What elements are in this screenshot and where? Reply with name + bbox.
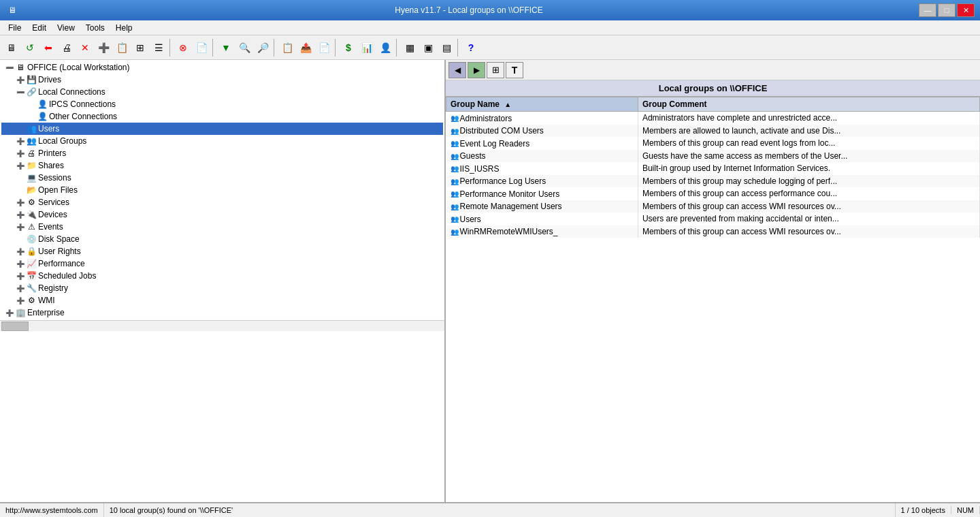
office-icon: 🖥 bbox=[15, 62, 26, 73]
menu-file[interactable]: File bbox=[3, 22, 27, 34]
tree-node-registry[interactable]: ➕ 🔧 Registry bbox=[1, 282, 443, 294]
tree-panel[interactable]: ➖ 🖥 OFFICE (Local Workstation) ➕ 💾 Drive… bbox=[0, 60, 446, 502]
tree-node-scheduled-jobs[interactable]: ➕ 📅 Scheduled Jobs bbox=[1, 270, 443, 282]
tb-doc-btn[interactable]: 📄 bbox=[315, 39, 333, 57]
minimize-button[interactable]: — bbox=[919, 3, 936, 17]
local-groups-icon: 👥 bbox=[26, 136, 37, 146]
tree-node-local-groups[interactable]: ➕ 👥 Local Groups bbox=[1, 135, 443, 147]
tb-print-btn[interactable]: 🖨 bbox=[58, 39, 76, 57]
table-row[interactable]: 👥GuestsGuests have the same access as me… bbox=[446, 150, 980, 163]
tb-refresh-btn[interactable]: ↺ bbox=[21, 39, 39, 57]
cell-group-comment: Members of this group can access WMI res… bbox=[638, 225, 979, 238]
nav-text-button[interactable]: T bbox=[506, 62, 523, 78]
tree-node-enterprise[interactable]: ➕ 🏢 Enterprise bbox=[1, 307, 443, 319]
tb-cols-btn[interactable]: ▦ bbox=[401, 39, 419, 57]
tb-back-btn[interactable]: ⬅ bbox=[39, 39, 57, 57]
tb-stop-btn[interactable]: ⊗ bbox=[174, 39, 192, 57]
nav-back-button[interactable]: ◀ bbox=[448, 62, 466, 78]
tree-node-sessions[interactable]: + 💻 Sessions bbox=[1, 172, 443, 184]
table-row[interactable]: 👥Performance Monitor UsersMembers of thi… bbox=[446, 187, 980, 200]
performance-icon: 📈 bbox=[26, 258, 37, 269]
tb-help-btn[interactable]: ? bbox=[462, 39, 480, 57]
status-bar: http://www.systemtools.com 10 local grou… bbox=[0, 502, 980, 517]
expand-user-rights[interactable]: ➕ bbox=[15, 246, 26, 257]
toolbar-sep2 bbox=[212, 39, 215, 57]
menu-edit[interactable]: Edit bbox=[27, 22, 52, 34]
tree-node-devices[interactable]: ➕ 🔌 Devices bbox=[1, 208, 443, 221]
nav-forward-button[interactable]: ▶ bbox=[468, 62, 485, 78]
tree-node-office[interactable]: ➖ 🖥 OFFICE (Local Workstation) bbox=[1, 61, 443, 74]
table-row[interactable]: 👥IIS_IUSRSBuilt-in group used by Interne… bbox=[446, 162, 980, 175]
tree-node-performance[interactable]: ➕ 📈 Performance bbox=[1, 257, 443, 270]
hscroll-thumb[interactable] bbox=[1, 322, 29, 331]
tb-add-btn[interactable]: ➕ bbox=[95, 39, 112, 57]
table-row[interactable]: 👥AdministratorsAdministrators have compl… bbox=[446, 112, 980, 125]
menu-view[interactable]: View bbox=[52, 22, 80, 34]
tree-hscroll[interactable] bbox=[0, 320, 444, 331]
tb-dollar-btn[interactable]: $ bbox=[340, 39, 357, 57]
tb-props-btn[interactable]: ▤ bbox=[438, 39, 455, 57]
tb-clipboard-btn[interactable]: 📋 bbox=[278, 39, 296, 57]
expand-local-groups[interactable]: ➕ bbox=[15, 136, 26, 146]
table-row[interactable]: 👥WinRMRemoteWMIUsers_Members of this gro… bbox=[446, 225, 980, 238]
tb-computer-btn[interactable]: 🖥 bbox=[3, 39, 20, 57]
tb-export-btn[interactable]: 📤 bbox=[297, 39, 314, 57]
expand-registry[interactable]: ➕ bbox=[15, 283, 26, 294]
tree-node-drives[interactable]: ➕ 💾 Drives bbox=[1, 74, 443, 86]
menu-help[interactable]: Help bbox=[110, 22, 138, 34]
col-group-comment[interactable]: Group Comment bbox=[638, 97, 979, 112]
tree-node-wmi[interactable]: ➕ ⚙ WMI bbox=[1, 294, 443, 307]
tb-find-btn[interactable]: 🔎 bbox=[254, 39, 272, 57]
expand-office[interactable]: ➖ bbox=[4, 62, 15, 73]
tb-user-icon-btn[interactable]: 👤 bbox=[376, 39, 394, 57]
app-icon: 🖥 bbox=[5, 3, 19, 17]
table-row[interactable]: 👥Remote Management UsersMembers of this … bbox=[446, 200, 980, 213]
tb-filter-btn[interactable]: ▼ bbox=[217, 39, 235, 57]
table-row[interactable]: 👥Event Log ReadersMembers of this group … bbox=[446, 137, 980, 150]
tree-node-other-conn[interactable]: + 👤 Other Connections bbox=[1, 110, 443, 123]
expand-performance[interactable]: ➕ bbox=[15, 258, 26, 269]
tb-view-btn[interactable]: ▣ bbox=[419, 39, 437, 57]
tree-node-user-rights[interactable]: ➕ 🔒 User Rights bbox=[1, 245, 443, 257]
expand-enterprise[interactable]: ➕ bbox=[4, 307, 15, 318]
expand-local-conn[interactable]: ➖ bbox=[15, 87, 26, 97]
expand-drives[interactable]: ➕ bbox=[15, 74, 26, 85]
local-conn-label: Local Connections bbox=[38, 87, 105, 97]
tree-node-shares[interactable]: ➕ 📁 Shares bbox=[1, 159, 443, 172]
tree-node-disk-space[interactable]: + 💿 Disk Space bbox=[1, 233, 443, 245]
expand-events[interactable]: ➕ bbox=[15, 221, 26, 232]
table-row[interactable]: 👥UsersUsers are prevented from making ac… bbox=[446, 213, 980, 225]
expand-services[interactable]: ➕ bbox=[15, 197, 26, 208]
expand-wmi[interactable]: ➕ bbox=[15, 295, 26, 306]
expand-devices[interactable]: ➕ bbox=[15, 209, 26, 220]
tb-chart-btn[interactable]: 📊 bbox=[358, 39, 376, 57]
tb-copy-btn[interactable]: 📋 bbox=[113, 39, 131, 57]
tree-node-users[interactable]: + 👥 Users bbox=[1, 123, 443, 135]
table-row[interactable]: 👥Distributed COM UsersMembers are allowe… bbox=[446, 125, 980, 138]
tb-search-btn[interactable]: 🔍 bbox=[235, 39, 253, 57]
tree-node-services[interactable]: ➕ ⚙ Services bbox=[1, 196, 443, 208]
table-row[interactable]: 👥Performance Log UsersMembers of this gr… bbox=[446, 175, 980, 188]
tb-list-btn[interactable]: ☰ bbox=[150, 39, 167, 57]
tree-node-printers[interactable]: ➕ 🖨 Printers bbox=[1, 147, 443, 159]
maximize-button[interactable]: □ bbox=[938, 3, 956, 17]
registry-icon: 🔧 bbox=[26, 283, 37, 294]
nav-grid-button[interactable]: ⊞ bbox=[487, 62, 504, 78]
tb-delete-btn[interactable]: ✕ bbox=[76, 39, 94, 57]
enterprise-label: Enterprise bbox=[27, 308, 65, 317]
tree-node-ipcs[interactable]: + 👤 IPCS Connections bbox=[1, 98, 443, 110]
menu-tools[interactable]: Tools bbox=[80, 22, 110, 34]
cell-group-name: 👥Event Log Readers bbox=[446, 137, 638, 150]
expand-scheduled-jobs[interactable]: ➕ bbox=[15, 270, 26, 281]
tree-node-events[interactable]: ➕ ⚠ Events bbox=[1, 221, 443, 233]
expand-shares[interactable]: ➕ bbox=[15, 160, 26, 171]
col-group-name[interactable]: Group Name ▲ bbox=[446, 97, 638, 112]
tree-node-open-files[interactable]: + 📂 Open Files bbox=[1, 184, 443, 196]
expand-printers[interactable]: ➕ bbox=[15, 148, 26, 159]
tree-node-local-conn[interactable]: ➖ 🔗 Local Connections bbox=[1, 86, 443, 98]
close-button[interactable]: ✕ bbox=[957, 3, 975, 17]
data-table[interactable]: Group Name ▲ Group Comment 👥Administrato… bbox=[446, 97, 980, 502]
printers-label: Printers bbox=[38, 148, 66, 158]
tb-log-btn[interactable]: 📄 bbox=[193, 39, 210, 57]
tb-grid-btn[interactable]: ⊞ bbox=[131, 39, 149, 57]
